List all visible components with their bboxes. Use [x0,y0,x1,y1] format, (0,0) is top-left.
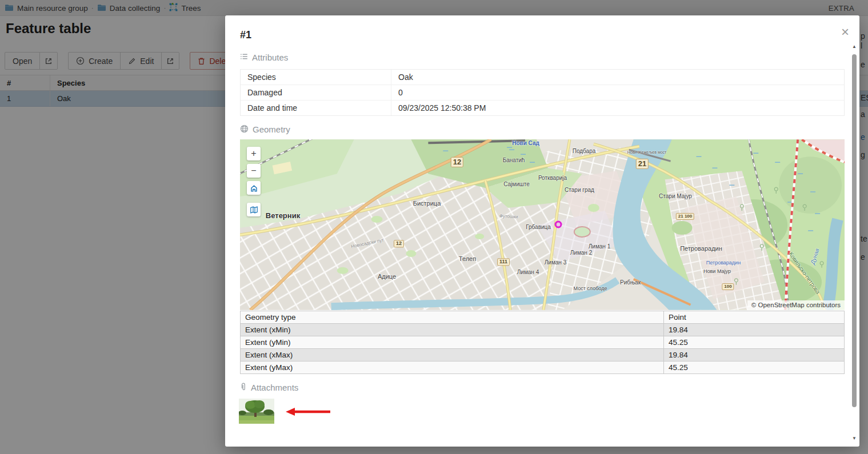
map-attribution[interactable]: © OpenStreetMap contributors [747,300,845,310]
geometry-info-label: Extent (yMin) [241,336,663,348]
geometry-info-value: Point [663,311,844,323]
globe-icon [240,124,249,135]
attributes-section-header: Attributes [240,53,845,62]
feature-id-title: #1 [240,29,845,42]
attachments-list [240,399,845,424]
geometry-info-label: Extent (xMax) [241,349,663,361]
geometry-info-value: 19.84 [663,349,844,361]
list-icon [240,53,248,62]
road-shield: 100 [722,283,734,290]
scroll-down-icon[interactable]: ▼ [851,436,858,441]
close-icon[interactable]: × [837,23,854,41]
scrollbar-thumb[interactable] [852,54,857,407]
geometry-info-label: Extent (xMin) [241,324,663,336]
geometry-info-row: Extent (xMax)19.84 [241,348,844,361]
attribute-row: SpeciesOak [241,70,844,85]
screenshot-root: Main resource group·Data collecting·Tree… [0,0,868,454]
geometry-map[interactable]: ВетерникТелепАдицеЛиман 1Лиман 2Лиман 3Л… [240,139,845,310]
map-basemap-graphic [240,139,845,310]
home-icon [250,184,258,192]
road-shield: 12 [451,157,463,167]
home-button[interactable] [247,181,261,195]
attribute-value: 0 [391,85,844,100]
road-shield: 12 [394,240,404,247]
feature-point-marker [555,221,562,228]
road-shield: 21 100 [676,213,694,220]
attachments-section-header: Attachments [240,383,845,392]
geometry-section-header: Geometry [240,125,845,134]
road-shield: 111 [497,258,510,266]
zoom-in-button[interactable]: + [247,147,261,160]
attachment-thumbnail[interactable] [239,399,274,424]
attribute-label: Date and time [241,101,391,115]
attributes-section-label: Attributes [252,53,288,62]
geometry-info-row: Geometry typePoint [241,311,844,323]
paperclip-icon [240,383,247,393]
attribute-row: Date and time09/23/2025 12:50:38 PM [241,100,844,115]
geometry-info-value: 19.84 [663,324,844,336]
basemap-button[interactable] [247,203,261,216]
road-shield: 21 [636,159,649,169]
geometry-info-row: Extent (xMin)19.84 [241,323,844,336]
attribute-value: Oak [391,70,844,85]
attribute-row: Damaged0 [241,85,844,100]
attribute-label: Damaged [241,85,391,100]
feature-details-modal: × #1 Attributes SpeciesOakDamaged0Date a… [225,15,859,447]
geometry-info-label: Extent (yMax) [241,361,663,373]
attributes-table: SpeciesOakDamaged0Date and time09/23/202… [240,69,845,116]
geometry-info-value: 45.25 [663,336,844,348]
geometry-info-row: Extent (yMax)45.25 [241,361,844,373]
attribute-value: 09/23/2025 12:50:38 PM [391,101,844,115]
geometry-section-label: Geometry [253,124,290,134]
geometry-info-table: Geometry typePointExtent (xMin)19.84Exte… [240,311,845,374]
attachments-section-label: Attachments [251,383,298,392]
annotation-arrow [285,407,333,419]
scroll-up-icon[interactable]: ▲ [851,44,858,49]
zoom-out-button[interactable]: − [247,164,261,178]
geometry-info-row: Extent (yMin)45.25 [241,336,844,348]
basemap-icon [250,206,258,214]
attribute-label: Species [241,70,391,85]
geometry-info-label: Geometry type [241,311,663,323]
modal-scrollbar[interactable]: ▲ ▼ [851,44,858,441]
geometry-info-value: 45.25 [663,361,844,373]
